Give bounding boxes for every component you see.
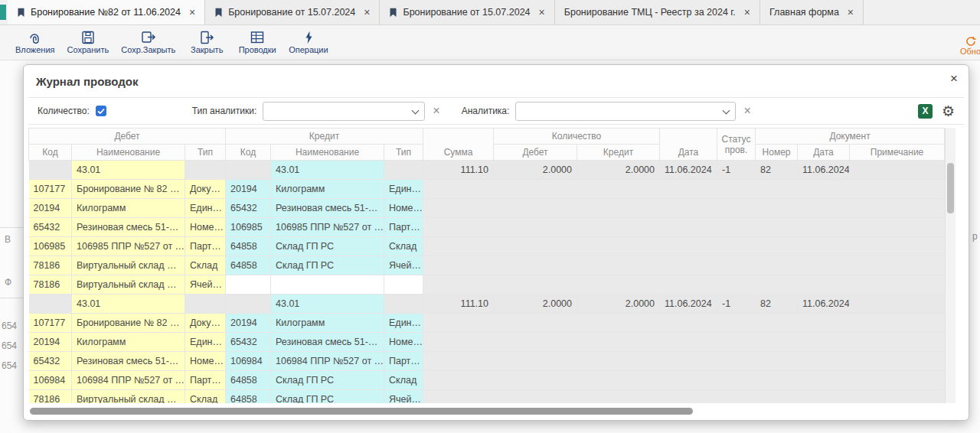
analytics-clear-icon[interactable]: × xyxy=(742,105,752,117)
cell-credit-code[interactable] xyxy=(226,295,271,314)
cell-debit-type[interactable]: Доку… xyxy=(185,180,226,199)
detail-row[interactable]: 78186Виртуальный склад …Склад64858Склад … xyxy=(29,256,945,275)
cell-debit-code[interactable]: 106984 xyxy=(29,371,72,390)
cell-credit-name[interactable]: Склад ГП РС xyxy=(271,371,384,390)
cell-note[interactable] xyxy=(850,295,945,314)
vertical-scrollbar-thumb[interactable] xyxy=(947,163,954,213)
cell-debit-name[interactable]: Килограмм xyxy=(72,199,185,218)
cell-credit-name[interactable]: Резиновая смесь 51-… xyxy=(271,199,384,218)
cell-doc-number[interactable]: 82 xyxy=(756,295,798,314)
tab-close-icon[interactable]: × xyxy=(189,7,195,18)
cell-credit-code[interactable]: 64858 xyxy=(226,371,271,390)
summary-row[interactable]: 43.0143.01111.102.00002.000011.06.2024-1… xyxy=(29,295,945,314)
cell-credit-code[interactable] xyxy=(226,161,271,180)
excel-export-icon[interactable]: X xyxy=(918,104,933,119)
detail-row[interactable]: 107177Бронирование № 82 …Доку…20194Килог… xyxy=(29,180,945,199)
cell-credit-name[interactable]: Склад ГП РС xyxy=(271,390,384,404)
cell-debit-name[interactable]: Виртуальный склад … xyxy=(72,275,185,295)
col-header-credit-type[interactable]: Тип xyxy=(384,145,423,161)
tab-close-icon[interactable]: × xyxy=(848,7,854,18)
cell-note[interactable] xyxy=(850,161,945,180)
detail-row[interactable]: 65432Резиновая смесь 51-…Номе…1069851069… xyxy=(29,218,945,237)
analytics-type-clear-icon[interactable]: × xyxy=(431,105,441,117)
cell-debit-type[interactable]: Номе… xyxy=(185,352,226,371)
cell-qty-debit[interactable]: 2.0000 xyxy=(494,295,577,314)
cell-debit-name[interactable]: Виртуальный склад … xyxy=(72,390,185,404)
tab-close-icon[interactable]: × xyxy=(744,7,750,18)
tab[interactable]: Главная форма× xyxy=(760,0,864,24)
cell-credit-code[interactable]: 65432 xyxy=(226,333,271,352)
cell-credit-code[interactable]: 106985 xyxy=(226,218,271,237)
cell-doc-number[interactable]: 82 xyxy=(756,161,798,180)
col-header-debit-type[interactable]: Тип xyxy=(185,145,226,161)
col-header-credit-name[interactable]: Наименование xyxy=(271,145,384,161)
cell-credit-name[interactable]: 43.01 xyxy=(271,161,384,180)
cell-debit-code[interactable]: 78186 xyxy=(29,275,72,295)
col-header-doc-number[interactable]: Номер xyxy=(756,145,798,161)
cell-debit-code[interactable]: 107177 xyxy=(29,314,72,333)
cell-debit-name[interactable]: Виртуальный склад … xyxy=(72,256,185,275)
cell-credit-type[interactable]: Номе… xyxy=(384,199,423,218)
tab-close-icon[interactable]: × xyxy=(539,7,545,18)
cell-debit-code[interactable] xyxy=(29,295,72,314)
detail-row[interactable]: 78186Виртуальный склад …Склад64858Склад … xyxy=(29,390,945,404)
cell-debit-type[interactable] xyxy=(185,295,226,314)
cell-credit-name[interactable]: Килограмм xyxy=(271,180,384,199)
gear-icon[interactable]: ⚙ xyxy=(942,104,955,119)
cell-credit-type[interactable]: Парт… xyxy=(384,218,423,237)
cell-credit-type[interactable]: Склад xyxy=(384,237,423,256)
cell-credit-name[interactable] xyxy=(271,275,384,295)
cell-debit-code[interactable]: 20194 xyxy=(29,199,72,218)
col-header-debit-name[interactable]: Наименование xyxy=(72,145,185,161)
cell-debit-type[interactable]: Един… xyxy=(185,199,226,218)
cell-status[interactable]: -1 xyxy=(717,295,756,314)
cell-credit-type[interactable]: Ячей… xyxy=(384,390,423,404)
вложения-button[interactable]: Вложения xyxy=(9,25,61,60)
cell-credit-type[interactable] xyxy=(384,295,423,314)
detail-row[interactable]: 20194КилограммЕдин…65432Резиновая смесь … xyxy=(29,199,945,218)
cell-date[interactable]: 11.06.2024 xyxy=(660,295,717,314)
detail-row[interactable]: 107177Бронирование № 82 …Доку…20194Килог… xyxy=(29,314,945,333)
проводки-button[interactable]: Проводки xyxy=(232,25,283,60)
cell-credit-code[interactable]: 64858 xyxy=(226,256,271,275)
cell-credit-name[interactable]: 106985 ППР №527 от … xyxy=(271,218,384,237)
cell-debit-name[interactable]: 106985 ППР №527 от … xyxy=(72,237,185,256)
cell-debit-type[interactable]: Парт… xyxy=(185,371,226,390)
операции-button[interactable]: Операции xyxy=(283,25,334,60)
col-header-doc-date[interactable]: Дата xyxy=(798,145,850,161)
cell-credit-name[interactable]: Склад ГП РС xyxy=(271,256,384,275)
cell-debit-name[interactable]: Бронирование № 82 … xyxy=(72,180,185,199)
quantity-checkbox[interactable] xyxy=(96,106,106,116)
cell-credit-type[interactable]: Парт… xyxy=(384,352,423,371)
cell-qty-credit[interactable]: 2.0000 xyxy=(577,161,660,180)
cell-debit-code[interactable]: 78186 xyxy=(29,256,72,275)
horizontal-scrollbar-thumb[interactable] xyxy=(30,408,693,415)
cell-debit-type[interactable]: Ячей… xyxy=(185,275,226,295)
col-header-note[interactable]: Примечание xyxy=(850,145,945,161)
cell-debit-code[interactable]: 107177 xyxy=(29,180,72,199)
col-header-credit-code[interactable]: Код xyxy=(226,145,271,161)
cell-debit-type[interactable]: Склад xyxy=(185,390,226,404)
сохр-закрыть-button[interactable]: Сохр.Закрыть xyxy=(115,25,181,60)
cell-doc-date[interactable]: 11.06.2024 xyxy=(798,295,850,314)
cell-debit-type[interactable]: Доку… xyxy=(185,314,226,333)
cell-debit-name[interactable]: 43.01 xyxy=(72,295,185,314)
cell-credit-type[interactable]: Един… xyxy=(384,180,423,199)
cell-credit-type[interactable]: Един… xyxy=(384,314,423,333)
tab-close-icon[interactable]: × xyxy=(364,7,370,18)
cell-debit-name[interactable]: Резиновая смесь 51-… xyxy=(72,218,185,237)
horizontal-scrollbar[interactable] xyxy=(30,408,949,415)
cell-debit-type[interactable]: Номе… xyxy=(185,218,226,237)
cell-debit-code[interactable]: 78186 xyxy=(29,390,72,404)
cell-doc-date[interactable]: 11.06.2024 xyxy=(798,161,850,180)
cell-credit-name[interactable]: 106984 ППР №527 от … xyxy=(271,352,384,371)
detail-row[interactable]: 106985106985 ППР №527 от …Парт…64858Скла… xyxy=(29,237,945,256)
cell-status[interactable]: -1 xyxy=(717,161,756,180)
dialog-close-icon[interactable]: × xyxy=(950,72,958,85)
cell-credit-name[interactable]: Килограмм xyxy=(271,314,384,333)
cell-credit-code[interactable]: 64858 xyxy=(226,390,271,404)
cell-debit-name[interactable]: Бронирование № 82 … xyxy=(72,314,185,333)
cell-date[interactable]: 11.06.2024 xyxy=(660,161,717,180)
analytics-select[interactable] xyxy=(515,102,736,121)
col-header-qty-credit[interactable]: Кредит xyxy=(577,145,660,161)
